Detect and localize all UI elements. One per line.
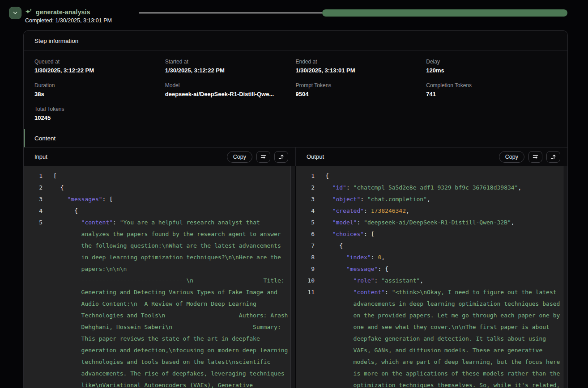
code-line: 3"messages": [ [24, 194, 295, 205]
info-field: Duration38s [34, 82, 165, 97]
code-line: 5"model": "deepseek-ai/DeepSeek-R1-Disti… [296, 217, 567, 228]
code-content: "content": "You are a helpful research a… [53, 217, 289, 388]
line-number: 4 [24, 205, 43, 217]
io-code-row: 1[2{3"messages": [4{5"content": "You are… [24, 166, 567, 388]
info-field-label: Completion Tokens [426, 82, 557, 89]
step-header: generate-analysis Completed: 1/30/2025, … [0, 0, 588, 27]
output-scrollbar[interactable] [563, 166, 567, 388]
code-line: 3"object": "chat.completion", [296, 194, 567, 205]
input-copy-button[interactable]: Copy [227, 151, 252, 163]
line-number: 4 [296, 205, 315, 217]
info-field-value: 120ms [426, 67, 557, 74]
info-field-value: 1/30/2025, 3:13:01 PM [296, 67, 426, 74]
sparkles-icon [25, 8, 33, 16]
output-copy-button[interactable]: Copy [499, 151, 524, 163]
line-number: 5 [24, 217, 43, 228]
line-number: 6 [296, 228, 315, 240]
code-content: "role": "assistant", [325, 275, 561, 287]
info-field: Queued at1/30/2025, 3:12:22 PM [34, 59, 165, 74]
info-field-value: 10245 [34, 114, 165, 121]
line-number: 2 [296, 182, 315, 194]
collapse-step-button[interactable] [9, 7, 21, 19]
info-field-value: 1/30/2025, 3:12:22 PM [34, 67, 165, 74]
code-content: [ [53, 170, 289, 182]
code-content: { [53, 205, 289, 217]
content-title: Content [34, 135, 55, 142]
info-field: Delay120ms [426, 59, 557, 74]
input-wrap-text-button[interactable] [256, 151, 270, 163]
info-field-label: Delay [426, 59, 557, 65]
timeline-duration-bar[interactable] [322, 9, 567, 17]
info-field: Started at1/30/2025, 3:12:22 PM [165, 59, 296, 74]
step-title-block: generate-analysis Completed: 1/30/2025, … [25, 8, 112, 24]
code-content: { [325, 170, 561, 182]
input-scroll-top-button[interactable] [274, 151, 288, 163]
line-number: 5 [296, 217, 315, 228]
code-line: 4{ [24, 205, 295, 217]
line-number: 3 [24, 194, 43, 205]
info-field: Completion Tokens741 [426, 82, 557, 97]
code-line: 4"created": 1738246342, [296, 205, 567, 217]
chevron-down-icon [12, 10, 18, 16]
line-number: 1 [296, 170, 315, 182]
line-number: 1 [24, 170, 43, 182]
code-content: "messages": [ [53, 194, 289, 205]
output-scroll-top-button[interactable] [546, 151, 560, 163]
info-field: Total Tokens10245 [34, 106, 165, 121]
code-content: { [325, 240, 561, 252]
info-field: Prompt Tokens9504 [296, 82, 426, 97]
code-content: "choices": [ [325, 228, 561, 240]
info-field-label: Queued at [34, 59, 165, 65]
wrap-text-icon [260, 153, 267, 160]
line-number: 9 [296, 263, 315, 275]
info-field-value: 741 [426, 91, 557, 97]
input-panel-header: Input Copy [24, 148, 296, 166]
step-detail-panel: Step information Queued at1/30/2025, 3:1… [23, 30, 568, 388]
code-content: "message": { [325, 263, 561, 275]
info-field-value: 1/30/2025, 3:12:22 PM [165, 67, 296, 74]
code-line: 2{ [24, 182, 295, 194]
input-code-panel: 1[2{3"messages": [4{5"content": "You are… [24, 166, 296, 388]
code-line: 2"id": "chatcmpl-5a5d2e8e-adf1-9329-bf9c… [296, 182, 567, 194]
code-content: "id": "chatcmpl-5a5d2e8e-adf1-9329-bf9c-… [325, 182, 561, 194]
output-wrap-text-button[interactable] [528, 151, 542, 163]
info-field-label: Total Tokens [34, 106, 165, 112]
line-number: 2 [24, 182, 43, 194]
input-code-scroll[interactable]: 1[2{3"messages": [4{5"content": "You are… [24, 166, 295, 388]
info-field-label: Prompt Tokens [296, 82, 426, 89]
code-line: 9"message": { [296, 263, 567, 275]
wrap-text-icon [532, 153, 539, 160]
info-field-label: Started at [165, 59, 296, 65]
line-number: 11 [296, 287, 315, 298]
code-line: 5"content": "You are a helpful research … [24, 217, 295, 388]
info-field: Modeldeepseek-ai/DeepSeek-R1-Distill-Qwe… [165, 82, 296, 97]
line-number: 8 [296, 252, 315, 263]
step-completed-timestamp: Completed: 1/30/2025, 3:13:01 PM [25, 17, 112, 24]
info-field-value: deepseek-ai/DeepSeek-R1-Distill-Qwe... [165, 91, 296, 97]
input-scrollbar[interactable] [290, 166, 295, 388]
scroll-to-top-icon [550, 153, 557, 160]
info-field-value: 38s [34, 91, 165, 97]
info-field-label: Duration [34, 82, 165, 89]
io-headers-row: Input Copy Output Copy [24, 148, 567, 166]
step-information-title: Step information [34, 38, 78, 44]
info-field-label: Model [165, 82, 296, 89]
code-line: 8"index": 0, [296, 252, 567, 263]
content-section-header: Content [24, 129, 567, 148]
output-title: Output [307, 153, 499, 160]
code-content: "index": 0, [325, 252, 561, 263]
code-content: "created": 1738246342, [325, 205, 561, 217]
line-number: 10 [296, 275, 315, 287]
output-code-scroll[interactable]: 1{2"id": "chatcmpl-5a5d2e8e-adf1-9329-bf… [296, 166, 567, 388]
code-content: "model": "deepseek-ai/DeepSeek-R1-Distil… [325, 217, 561, 228]
info-field-label: Ended at [296, 59, 426, 65]
info-field: Ended at1/30/2025, 3:13:01 PM [296, 59, 426, 74]
code-content: "object": "chat.completion", [325, 194, 561, 205]
line-number: 3 [296, 194, 315, 205]
info-field-value: 9504 [296, 91, 426, 97]
code-line: 11"content": "<think>\nOkay, I need to f… [296, 287, 567, 388]
code-line: 6"choices": [ [296, 228, 567, 240]
step-info-grid: Queued at1/30/2025, 3:12:22 PMStarted at… [24, 51, 567, 129]
code-line: 7{ [296, 240, 567, 252]
code-content: { [53, 182, 289, 194]
